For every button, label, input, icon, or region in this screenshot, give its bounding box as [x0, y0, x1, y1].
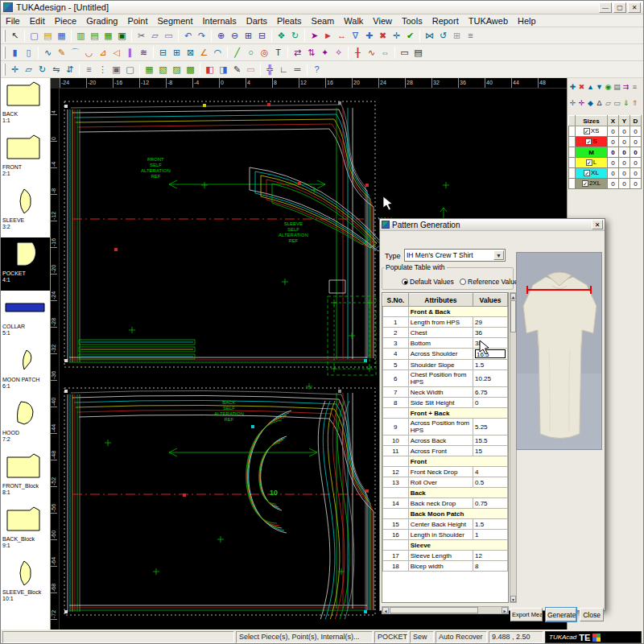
- save-file-icon[interactable]: ▦: [55, 29, 68, 43]
- size-checkbox-icon[interactable]: ✓: [586, 159, 592, 166]
- half-piece-icon[interactable]: ▯: [22, 46, 35, 60]
- pleat-icon[interactable]: ∥: [123, 46, 137, 60]
- attribute-row[interactable]: 12Front Neck Drop4: [383, 467, 508, 477]
- menu-tukaweb[interactable]: TUKAweb: [464, 16, 513, 26]
- size-row-xs[interactable]: ✓XS000: [569, 126, 642, 137]
- attribute-row[interactable]: 7Neck Width6.75: [383, 387, 508, 398]
- refresh-view-icon[interactable]: ↻: [288, 29, 302, 43]
- move-point-icon[interactable]: ✛: [390, 29, 403, 43]
- open-file-icon[interactable]: ▤: [41, 29, 55, 43]
- check-piece-icon[interactable]: ✔: [403, 29, 417, 43]
- ungroup-icon[interactable]: ▢: [123, 63, 137, 76]
- table-horizontal-scrollbar[interactable]: ◄ ►: [382, 606, 509, 614]
- attribute-value[interactable]: 12: [473, 551, 507, 561]
- radio-reference-values[interactable]: Reference Values: [460, 278, 522, 286]
- section-row[interactable]: Back Moon Patch: [383, 509, 508, 519]
- attribute-value[interactable]: 10.25: [473, 370, 507, 387]
- zoom-in-icon[interactable]: ⊕: [214, 29, 228, 43]
- piece-item-moon-patch[interactable]: MOON PATCH6:1: [1, 344, 50, 397]
- add-seam-icon[interactable]: ⌒: [68, 46, 82, 60]
- menu-view[interactable]: View: [368, 16, 397, 26]
- attribute-value[interactable]: 36: [473, 328, 507, 338]
- drill-hole-icon[interactable]: ◎: [258, 46, 271, 60]
- piece-item-hood[interactable]: HOOD7:2: [1, 397, 50, 450]
- attribute-row[interactable]: 5Shoulder Slope1.5: [383, 360, 508, 370]
- attribute-row[interactable]: 17Sleeve Length12: [383, 551, 508, 561]
- attribute-row[interactable]: 10Across Back15.5: [383, 436, 508, 446]
- measure-line-icon[interactable]: ╂: [351, 46, 365, 60]
- grade-y-icon[interactable]: ⇅: [304, 46, 318, 60]
- pen-icon[interactable]: ✎: [230, 63, 244, 76]
- piece-item-back[interactable]: BACK1:1: [1, 78, 50, 131]
- spreadsheet-icon[interactable]: ▦: [101, 29, 115, 43]
- toolbar-grip[interactable]: [3, 47, 6, 59]
- copy-piece-icon[interactable]: ▱: [22, 63, 35, 76]
- paste-icon[interactable]: ▭: [162, 29, 175, 43]
- internal-circle-icon[interactable]: ○: [244, 46, 258, 60]
- menu-darts[interactable]: Darts: [242, 16, 272, 26]
- color-fill-icon[interactable]: ◧: [203, 63, 217, 76]
- corner-tool-icon[interactable]: ∠: [197, 46, 211, 60]
- section-row[interactable]: Sleeve: [383, 540, 508, 551]
- dart-icon[interactable]: ⊿: [96, 46, 109, 60]
- rotate-piece-icon[interactable]: ↻: [35, 63, 49, 76]
- dialog-title-bar[interactable]: Pattern Generation ✕: [380, 219, 605, 231]
- copy-grade-icon[interactable]: ▱: [604, 97, 613, 110]
- scroll-up-icon[interactable]: ▲: [510, 293, 516, 299]
- import-grade-icon[interactable]: ⇓: [621, 97, 630, 110]
- size-checkbox-icon[interactable]: ✓: [585, 138, 592, 145]
- attribute-value[interactable]: 1.5: [473, 360, 507, 370]
- minimize-button[interactable]: —: [599, 2, 612, 13]
- flag-point-icon[interactable]: ►: [321, 29, 335, 43]
- grade-delta-icon[interactable]: Δ: [595, 97, 604, 110]
- section-row[interactable]: Front + Back: [383, 408, 508, 419]
- attribute-row[interactable]: 14Back neck Drop0.75: [383, 498, 508, 509]
- piece-item-collar[interactable]: COLLAR5:1: [1, 291, 50, 344]
- grade-x-icon[interactable]: ⇄: [291, 46, 304, 60]
- digitize-icon[interactable]: ✎: [55, 46, 68, 60]
- copy-icon[interactable]: ▱: [148, 29, 162, 43]
- walk-pieces-icon[interactable]: ❖: [275, 29, 288, 43]
- layers-icon[interactable]: ◨: [217, 63, 230, 76]
- text-tool-icon[interactable]: T: [271, 46, 285, 60]
- attribute-value[interactable]: 0: [473, 398, 507, 408]
- notch-icon[interactable]: ∇: [349, 29, 362, 43]
- grid-icon[interactable]: ⊞: [450, 29, 464, 43]
- toolbar-grip[interactable]: [3, 64, 6, 76]
- remove-seam-icon[interactable]: ◡: [82, 46, 96, 60]
- zoom-previous-icon[interactable]: ⊟: [255, 29, 269, 43]
- menu-grading[interactable]: Grading: [81, 16, 122, 26]
- style-dropdown[interactable]: IH Men's Crew T Shirt ▼: [404, 249, 506, 262]
- piece-item-front[interactable]: FRONT2:1: [1, 131, 50, 184]
- move-piece-icon[interactable]: ✛: [8, 63, 22, 76]
- split-horizontal-icon[interactable]: ⊟: [156, 46, 170, 60]
- attribute-row[interactable]: 11Across Front15: [383, 446, 508, 456]
- internal-line-icon[interactable]: ╱: [230, 46, 244, 60]
- size-spec-table-icon[interactable]: ▤: [613, 81, 621, 94]
- pin-piece-icon[interactable]: ➤: [308, 29, 321, 43]
- radio-selected-icon[interactable]: [402, 279, 408, 285]
- scroll-left-icon[interactable]: ◄: [382, 607, 389, 613]
- menu-pleats[interactable]: Pleats: [272, 16, 307, 26]
- size-checkbox-icon[interactable]: ✓: [584, 128, 590, 134]
- fillet-corner-icon[interactable]: ◠: [211, 46, 225, 60]
- snap-icon[interactable]: ╬: [263, 63, 277, 76]
- base-size-icon[interactable]: ◉: [604, 81, 613, 94]
- grade-x-plus-icon[interactable]: ✛: [568, 97, 577, 110]
- menu-report[interactable]: Report: [427, 16, 464, 26]
- attribute-row[interactable]: 15Center Back Height1.5: [383, 519, 508, 530]
- attribute-row[interactable]: 13Roll Over0.5: [383, 477, 508, 488]
- attribute-value[interactable]: 4: [473, 467, 507, 477]
- menu-file[interactable]: File: [1, 16, 25, 26]
- attribute-value[interactable]: 16.5: [473, 349, 507, 360]
- delete-point-icon[interactable]: ✖: [376, 29, 390, 43]
- attribute-row[interactable]: 2Chest36: [383, 328, 508, 338]
- size-up-icon[interactable]: ▲: [586, 81, 595, 94]
- export-grade-icon[interactable]: ⇑: [630, 97, 639, 110]
- section-row[interactable]: Back: [383, 488, 508, 498]
- split-vertical-icon[interactable]: ⊞: [170, 46, 184, 60]
- section-row[interactable]: Front: [383, 456, 508, 467]
- distribute-icon[interactable]: ⋮: [96, 63, 109, 76]
- export-measurements-button[interactable]: Export Measurements...: [510, 608, 543, 621]
- attribute-value[interactable]: 1: [473, 530, 507, 540]
